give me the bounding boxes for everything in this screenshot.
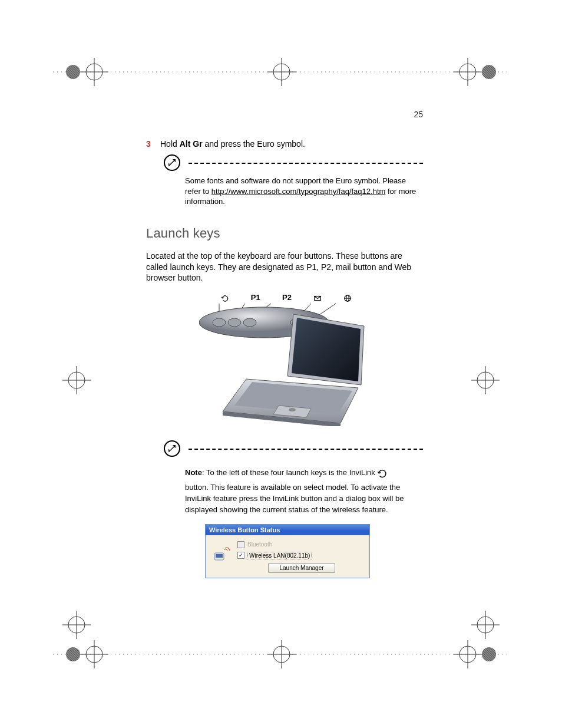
svg-point-35 xyxy=(482,647,496,661)
svg-point-49 xyxy=(228,318,241,327)
note-2-divider xyxy=(164,443,423,457)
wireless-icon xyxy=(209,541,233,573)
bluetooth-checkbox xyxy=(237,541,244,548)
svg-point-28 xyxy=(459,646,476,663)
wireless-status-dialog: Wireless Button Status Bluetooth Wireles… xyxy=(205,524,370,578)
mail-label xyxy=(313,293,322,302)
wlan-checkbox-row[interactable]: Wireless LAN(802.11b) xyxy=(237,552,366,559)
svg-point-6 xyxy=(459,64,476,80)
svg-point-50 xyxy=(243,318,256,327)
typography-faq-link[interactable]: http://www.microsoft.com/typography/faq/… xyxy=(211,187,386,196)
svg-point-32 xyxy=(66,65,80,79)
laptop-figure: P1 P2 xyxy=(146,297,423,426)
step-number: 3 xyxy=(146,139,160,149)
svg-point-13 xyxy=(477,372,494,388)
p2-label: P2 xyxy=(282,293,292,302)
svg-point-16 xyxy=(68,617,85,633)
svg-point-0 xyxy=(86,64,103,80)
step-text: Hold Alt Gr and press the Euro symbol. xyxy=(160,139,305,149)
launch-manager-button[interactable]: Launch Manager xyxy=(268,563,335,573)
note-icon xyxy=(164,154,180,171)
heading-launch-keys: Launch keys xyxy=(146,226,423,241)
svg-point-48 xyxy=(213,318,226,327)
invilink-icon xyxy=(377,468,388,479)
note-icon xyxy=(164,440,180,457)
paragraph-launch-keys: Located at the top of the keyboard are f… xyxy=(146,251,423,284)
step-3: 3 Hold Alt Gr and press the Euro symbol. xyxy=(146,139,423,149)
svg-point-33 xyxy=(482,65,496,79)
svg-marker-54 xyxy=(292,318,361,381)
wlan-label: Wireless LAN(802.11b) xyxy=(247,552,312,559)
bluetooth-checkbox-row: Bluetooth xyxy=(237,541,366,548)
launch-key-labels: P1 P2 xyxy=(210,293,363,302)
svg-point-10 xyxy=(68,372,85,388)
svg-point-3 xyxy=(273,64,290,80)
dashed-line-icon xyxy=(189,449,423,450)
note-1-text: Some fonts and software do not support t… xyxy=(185,176,417,207)
note-1-divider xyxy=(164,157,423,171)
svg-point-22 xyxy=(86,646,103,663)
web-label xyxy=(343,293,352,302)
p1-label: P1 xyxy=(251,293,260,302)
wlan-checkbox[interactable] xyxy=(237,552,244,559)
svg-rect-61 xyxy=(216,554,223,558)
bluetooth-label: Bluetooth xyxy=(247,541,272,548)
svg-point-25 xyxy=(273,646,290,663)
svg-point-34 xyxy=(66,647,80,661)
invilink-label xyxy=(221,293,229,302)
page-content: 25 3 Hold Alt Gr and press the Euro symb… xyxy=(146,112,423,578)
note-2-text: Note: To the left of these four launch k… xyxy=(185,467,417,515)
laptop-illustration xyxy=(199,297,370,426)
svg-point-19 xyxy=(477,617,494,633)
svg-point-59 xyxy=(289,408,296,411)
page-number: 25 xyxy=(414,110,423,119)
dialog-title: Wireless Button Status xyxy=(206,525,369,535)
dashed-line-icon xyxy=(189,163,423,164)
